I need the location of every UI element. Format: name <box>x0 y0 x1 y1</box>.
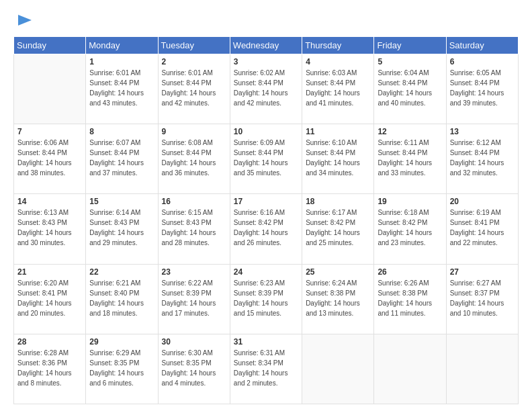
day-number: 26 <box>378 267 442 277</box>
day-info: Sunrise: 6:24 AMSunset: 8:38 PMDaylight:… <box>306 278 370 318</box>
weekday-header-saturday: Saturday <box>446 37 518 54</box>
day-number: 5 <box>378 57 442 66</box>
calendar-cell: 11 Sunrise: 6:10 AMSunset: 8:44 PMDaylig… <box>302 124 374 194</box>
day-number: 11 <box>306 127 370 136</box>
day-number: 16 <box>162 197 226 206</box>
header <box>13 11 519 30</box>
day-info: Sunrise: 6:15 AMSunset: 8:43 PMDaylight:… <box>162 208 226 248</box>
day-number: 12 <box>378 127 442 136</box>
logo <box>13 11 34 30</box>
day-number: 27 <box>450 267 515 277</box>
day-number: 20 <box>450 197 515 206</box>
calendar-cell: 2 Sunrise: 6:01 AMSunset: 8:44 PMDayligh… <box>158 54 230 124</box>
day-info: Sunrise: 6:04 AMSunset: 8:44 PMDaylight:… <box>378 68 442 108</box>
calendar-cell: 28 Sunrise: 6:28 AMSunset: 8:36 PMDaylig… <box>14 334 86 404</box>
week-row-0: 1 Sunrise: 6:01 AMSunset: 8:44 PMDayligh… <box>14 54 519 124</box>
day-number: 13 <box>450 127 515 136</box>
day-info: Sunrise: 6:27 AMSunset: 8:37 PMDaylight:… <box>450 278 515 318</box>
day-number: 3 <box>234 57 298 66</box>
day-number: 19 <box>378 197 442 206</box>
logo-icon <box>15 11 34 30</box>
day-number: 2 <box>162 57 226 66</box>
day-info: Sunrise: 6:28 AMSunset: 8:36 PMDaylight:… <box>17 348 82 388</box>
calendar-cell: 10 Sunrise: 6:09 AMSunset: 8:44 PMDaylig… <box>230 124 302 194</box>
week-row-3: 21 Sunrise: 6:20 AMSunset: 8:41 PMDaylig… <box>14 264 519 334</box>
day-info: Sunrise: 6:16 AMSunset: 8:42 PMDaylight:… <box>234 208 298 248</box>
day-number: 23 <box>162 267 226 277</box>
day-number: 9 <box>162 127 226 136</box>
calendar-cell: 17 Sunrise: 6:16 AMSunset: 8:42 PMDaylig… <box>230 194 302 264</box>
day-info: Sunrise: 6:06 AMSunset: 8:44 PMDaylight:… <box>17 138 82 178</box>
calendar: SundayMondayTuesdayWednesdayThursdayFrid… <box>13 36 519 404</box>
svg-marker-0 <box>18 15 32 26</box>
day-number: 30 <box>162 337 226 347</box>
day-number: 21 <box>17 267 82 277</box>
day-info: Sunrise: 6:19 AMSunset: 8:41 PMDaylight:… <box>450 208 515 248</box>
calendar-cell: 6 Sunrise: 6:05 AMSunset: 8:44 PMDayligh… <box>446 54 518 124</box>
day-info: Sunrise: 6:05 AMSunset: 8:44 PMDaylight:… <box>450 68 515 108</box>
day-number: 4 <box>306 57 370 66</box>
day-number: 25 <box>306 267 370 277</box>
day-info: Sunrise: 6:10 AMSunset: 8:44 PMDaylight:… <box>306 138 370 178</box>
calendar-cell: 12 Sunrise: 6:11 AMSunset: 8:44 PMDaylig… <box>374 124 446 194</box>
weekday-header-monday: Monday <box>86 37 158 54</box>
day-number: 17 <box>234 197 298 206</box>
week-row-4: 28 Sunrise: 6:28 AMSunset: 8:36 PMDaylig… <box>14 334 519 404</box>
calendar-cell: 24 Sunrise: 6:23 AMSunset: 8:39 PMDaylig… <box>230 264 302 334</box>
day-info: Sunrise: 6:30 AMSunset: 8:35 PMDaylight:… <box>162 348 226 388</box>
calendar-cell: 9 Sunrise: 6:08 AMSunset: 8:44 PMDayligh… <box>158 124 230 194</box>
day-info: Sunrise: 6:11 AMSunset: 8:44 PMDaylight:… <box>378 138 442 178</box>
day-info: Sunrise: 6:23 AMSunset: 8:39 PMDaylight:… <box>234 278 298 318</box>
calendar-cell: 7 Sunrise: 6:06 AMSunset: 8:44 PMDayligh… <box>14 124 86 194</box>
day-info: Sunrise: 6:31 AMSunset: 8:34 PMDaylight:… <box>234 348 298 388</box>
day-number: 22 <box>89 267 154 277</box>
day-info: Sunrise: 6:02 AMSunset: 8:44 PMDaylight:… <box>234 68 298 108</box>
calendar-cell: 27 Sunrise: 6:27 AMSunset: 8:37 PMDaylig… <box>446 264 518 334</box>
calendar-cell: 23 Sunrise: 6:22 AMSunset: 8:39 PMDaylig… <box>158 264 230 334</box>
calendar-cell: 16 Sunrise: 6:15 AMSunset: 8:43 PMDaylig… <box>158 194 230 264</box>
calendar-cell: 3 Sunrise: 6:02 AMSunset: 8:44 PMDayligh… <box>230 54 302 124</box>
day-number: 10 <box>234 127 298 136</box>
calendar-cell: 13 Sunrise: 6:12 AMSunset: 8:44 PMDaylig… <box>446 124 518 194</box>
day-info: Sunrise: 6:26 AMSunset: 8:38 PMDaylight:… <box>378 278 442 318</box>
weekday-header-friday: Friday <box>374 37 446 54</box>
calendar-cell: 25 Sunrise: 6:24 AMSunset: 8:38 PMDaylig… <box>302 264 374 334</box>
day-info: Sunrise: 6:07 AMSunset: 8:44 PMDaylight:… <box>89 138 154 178</box>
weekday-header-wednesday: Wednesday <box>230 37 302 54</box>
calendar-cell: 5 Sunrise: 6:04 AMSunset: 8:44 PMDayligh… <box>374 54 446 124</box>
day-info: Sunrise: 6:20 AMSunset: 8:41 PMDaylight:… <box>17 278 82 318</box>
calendar-cell: 29 Sunrise: 6:29 AMSunset: 8:35 PMDaylig… <box>86 334 158 404</box>
calendar-cell <box>14 54 86 124</box>
day-number: 15 <box>89 197 154 206</box>
calendar-cell <box>374 334 446 404</box>
weekday-header-thursday: Thursday <box>302 37 374 54</box>
day-number: 31 <box>234 337 298 347</box>
calendar-cell: 14 Sunrise: 6:13 AMSunset: 8:43 PMDaylig… <box>14 194 86 264</box>
day-number: 7 <box>17 127 82 136</box>
day-number: 1 <box>89 57 154 66</box>
page: SundayMondayTuesdayWednesdayThursdayFrid… <box>0 0 532 411</box>
day-info: Sunrise: 6:18 AMSunset: 8:42 PMDaylight:… <box>378 208 442 248</box>
calendar-cell <box>446 334 518 404</box>
calendar-cell: 22 Sunrise: 6:21 AMSunset: 8:40 PMDaylig… <box>86 264 158 334</box>
calendar-cell: 30 Sunrise: 6:30 AMSunset: 8:35 PMDaylig… <box>158 334 230 404</box>
day-info: Sunrise: 6:14 AMSunset: 8:43 PMDaylight:… <box>89 208 154 248</box>
day-info: Sunrise: 6:01 AMSunset: 8:44 PMDaylight:… <box>162 68 226 108</box>
day-number: 28 <box>17 337 82 347</box>
day-info: Sunrise: 6:29 AMSunset: 8:35 PMDaylight:… <box>89 348 154 388</box>
day-info: Sunrise: 6:09 AMSunset: 8:44 PMDaylight:… <box>234 138 298 178</box>
day-number: 24 <box>234 267 298 277</box>
calendar-cell: 21 Sunrise: 6:20 AMSunset: 8:41 PMDaylig… <box>14 264 86 334</box>
weekday-header-row: SundayMondayTuesdayWednesdayThursdayFrid… <box>14 37 519 54</box>
day-info: Sunrise: 6:22 AMSunset: 8:39 PMDaylight:… <box>162 278 226 318</box>
calendar-cell: 31 Sunrise: 6:31 AMSunset: 8:34 PMDaylig… <box>230 334 302 404</box>
calendar-cell <box>302 334 374 404</box>
day-number: 14 <box>17 197 82 206</box>
calendar-cell: 1 Sunrise: 6:01 AMSunset: 8:44 PMDayligh… <box>86 54 158 124</box>
day-info: Sunrise: 6:17 AMSunset: 8:42 PMDaylight:… <box>306 208 370 248</box>
day-number: 6 <box>450 57 515 66</box>
calendar-cell: 15 Sunrise: 6:14 AMSunset: 8:43 PMDaylig… <box>86 194 158 264</box>
day-number: 18 <box>306 197 370 206</box>
calendar-cell: 26 Sunrise: 6:26 AMSunset: 8:38 PMDaylig… <box>374 264 446 334</box>
day-info: Sunrise: 6:03 AMSunset: 8:44 PMDaylight:… <box>306 68 370 108</box>
